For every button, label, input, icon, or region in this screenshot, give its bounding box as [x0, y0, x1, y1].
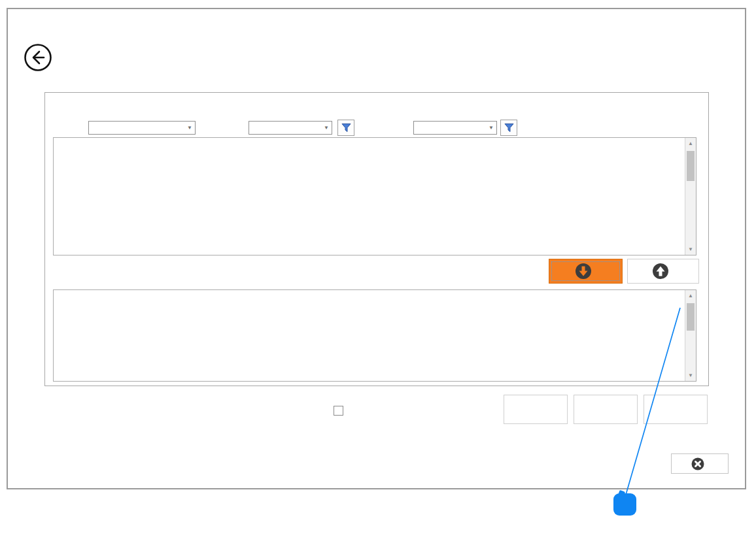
- back-button[interactable]: [24, 43, 52, 72]
- especialidad-filter-button[interactable]: [500, 120, 517, 136]
- agregar-button[interactable]: [549, 259, 623, 284]
- remover-button[interactable]: [627, 259, 699, 284]
- print-checkbox[interactable]: [334, 406, 343, 416]
- elements-grid: ▲ ▼: [53, 137, 696, 255]
- back-arrow-icon: [24, 43, 52, 72]
- filter-funnel-icon: [504, 123, 514, 133]
- work-orders-window: ▼ ▼ ▼ ▲ ▼: [7, 8, 746, 489]
- siguiente-button[interactable]: [574, 395, 638, 424]
- chevron-down-icon: ▼: [184, 125, 195, 131]
- work-order-grid-scrollbar[interactable]: ▲ ▼: [685, 290, 696, 381]
- especialidad-combobox[interactable]: ▼: [413, 121, 497, 135]
- scroll-down-icon[interactable]: ▼: [685, 370, 696, 381]
- scroll-down-icon[interactable]: ▼: [685, 244, 696, 255]
- scrollbar-thumb[interactable]: [687, 151, 695, 181]
- callout-badge-1: [613, 493, 636, 516]
- scroll-up-icon[interactable]: ▲: [685, 138, 696, 149]
- scroll-up-icon[interactable]: ▲: [685, 290, 696, 301]
- arrow-down-circle-icon: [575, 263, 592, 280]
- scrollbar-thumb[interactable]: [687, 303, 695, 331]
- clasificacion-combobox[interactable]: ▼: [249, 121, 332, 135]
- familia-combobox[interactable]: ▼: [88, 121, 196, 135]
- elements-grid-scrollbar[interactable]: ▲ ▼: [685, 138, 696, 255]
- atras-button[interactable]: [504, 395, 568, 424]
- terminar-button[interactable]: [644, 395, 708, 424]
- work-order-grid: ▲ ▼: [53, 289, 696, 382]
- cerrar-button[interactable]: [671, 453, 729, 474]
- filter-funnel-icon: [341, 123, 351, 133]
- close-icon: [691, 457, 704, 470]
- step1-panel: ▼ ▼ ▼ ▲ ▼: [44, 92, 709, 386]
- chevron-down-icon: ▼: [321, 125, 332, 131]
- screen: { "window": { "title": "Ordenes de Traba…: [0, 0, 756, 543]
- arrow-up-circle-icon: [652, 263, 669, 280]
- clasificacion-filter-button[interactable]: [337, 120, 354, 136]
- chevron-down-icon: ▼: [486, 125, 496, 131]
